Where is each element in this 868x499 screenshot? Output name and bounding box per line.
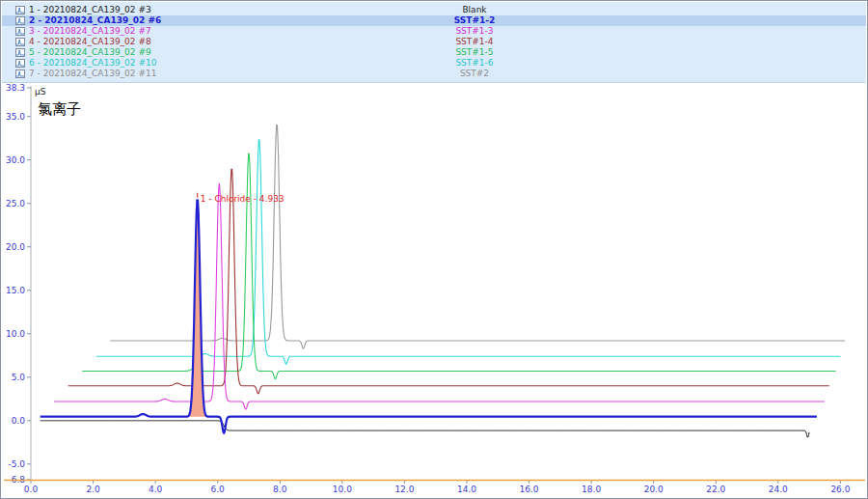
chromatogram-icon bbox=[15, 38, 25, 46]
x-tick-label: 0.0 bbox=[24, 485, 39, 494]
y-tick-label: 35.0 bbox=[6, 112, 25, 122]
y-tick-label: 10.0 bbox=[6, 329, 25, 339]
legend-row-4[interactable]: 4 - 20210824_CA139_02 #8SST#1-4 bbox=[2, 37, 866, 47]
chromatogram-icon bbox=[15, 48, 25, 57]
x-tick-label: 16.0 bbox=[520, 485, 539, 494]
trace-Blank bbox=[41, 421, 809, 437]
x-tick-label: 12.0 bbox=[394, 485, 414, 494]
x-tick-label: 8.0 bbox=[273, 485, 287, 494]
sample-legend-panel: 1 - 20210824_CA139_02 #3Blank2 - 2021082… bbox=[2, 2, 866, 83]
chromatogram-icon bbox=[15, 59, 25, 68]
legend-sample-name: 2 - 20210824_CA139_02 #6 bbox=[29, 15, 161, 25]
legend-sample-label: SST#1-3 bbox=[417, 26, 532, 37]
x-tick-label: 6.0 bbox=[211, 485, 226, 494]
chromatogram-icon bbox=[15, 27, 25, 36]
legend-row-3[interactable]: 3 - 20210824_CA139_02 #7SST#1-3 bbox=[2, 26, 866, 37]
trace-SST#1-3 bbox=[54, 183, 825, 409]
legend-sample-name: 4 - 20210824_CA139_02 #8 bbox=[29, 37, 151, 46]
legend-row-2[interactable]: 2 - 20210824_CA139_02 #6SST#1-2 bbox=[2, 15, 866, 26]
x-tick-label: 4.0 bbox=[149, 485, 163, 494]
y-tick-label: 30.0 bbox=[6, 155, 25, 165]
trace-SST#1-4 bbox=[68, 169, 829, 394]
chromatogram-icon bbox=[15, 69, 25, 78]
x-tick-label: 20.0 bbox=[644, 485, 664, 494]
trace-SST#2 bbox=[110, 125, 845, 349]
legend-row-6[interactable]: 6 - 20210824_CA139_02 #10SST#1-6 bbox=[2, 58, 866, 69]
x-tick-label: 18.0 bbox=[582, 485, 601, 494]
y-tick-label: -5.0 bbox=[8, 459, 25, 469]
legend-sample-name: 3 - 20210824_CA139_02 #7 bbox=[29, 26, 151, 36]
x-tick-label: 14.0 bbox=[457, 485, 476, 494]
y-tick-label: 25.0 bbox=[6, 199, 25, 208]
x-tick-label: 10.0 bbox=[333, 485, 352, 494]
y-tick-label: 20.0 bbox=[6, 242, 25, 252]
legend-sample-name: 6 - 20210824_CA139_02 #10 bbox=[29, 58, 156, 68]
y-tick-label: 0.0 bbox=[12, 416, 26, 426]
legend-sample-label: SST#2 bbox=[417, 69, 532, 79]
legend-row-7[interactable]: 7 - 20210824_CA139_02 #11SST#2 bbox=[2, 69, 866, 79]
x-tick-label: 26.0 bbox=[830, 485, 850, 494]
chromatogram-window: 38.335.030.025.020.015.010.05.00.0-5.0-6… bbox=[0, 0, 868, 499]
y-tick-label: 38.3 bbox=[6, 83, 25, 93]
legend-sample-name: 7 - 20210824_CA139_02 #11 bbox=[29, 69, 156, 78]
chart-title: 氯离子 bbox=[38, 100, 81, 119]
legend-sample-label: SST#1-5 bbox=[417, 47, 532, 58]
y-axis-unit-label: µS bbox=[35, 87, 45, 97]
x-tick-label: 24.0 bbox=[769, 485, 788, 494]
trace-SST#1-6 bbox=[96, 140, 841, 364]
legend-row-1[interactable]: 1 - 20210824_CA139_02 #3Blank bbox=[2, 5, 866, 15]
legend-sample-label: SST#1-2 bbox=[417, 15, 532, 26]
legend-sample-label: Blank bbox=[417, 5, 532, 15]
legend-sample-label: SST#1-4 bbox=[417, 37, 532, 47]
legend-sample-name: 5 - 20210824_CA139_02 #9 bbox=[29, 47, 151, 57]
chromatogram-icon bbox=[15, 6, 25, 14]
trace-SST#1-2 bbox=[41, 200, 817, 432]
x-tick-label: 22.0 bbox=[706, 485, 725, 494]
x-tick-label: 2.0 bbox=[86, 485, 100, 494]
peak-annotation-label: 1 - Chloride - 4.933 bbox=[201, 194, 285, 204]
chromatogram-icon bbox=[15, 16, 25, 25]
y-tick-label: 15.0 bbox=[6, 286, 25, 295]
legend-sample-name: 1 - 20210824_CA139_02 #3 bbox=[29, 5, 151, 14]
legend-sample-label: SST#1-6 bbox=[417, 58, 532, 69]
legend-row-5[interactable]: 5 - 20210824_CA139_02 #9SST#1-5 bbox=[2, 47, 866, 58]
y-tick-label: 5.0 bbox=[12, 373, 26, 382]
peak-fill-SST#1-2 bbox=[187, 199, 207, 417]
